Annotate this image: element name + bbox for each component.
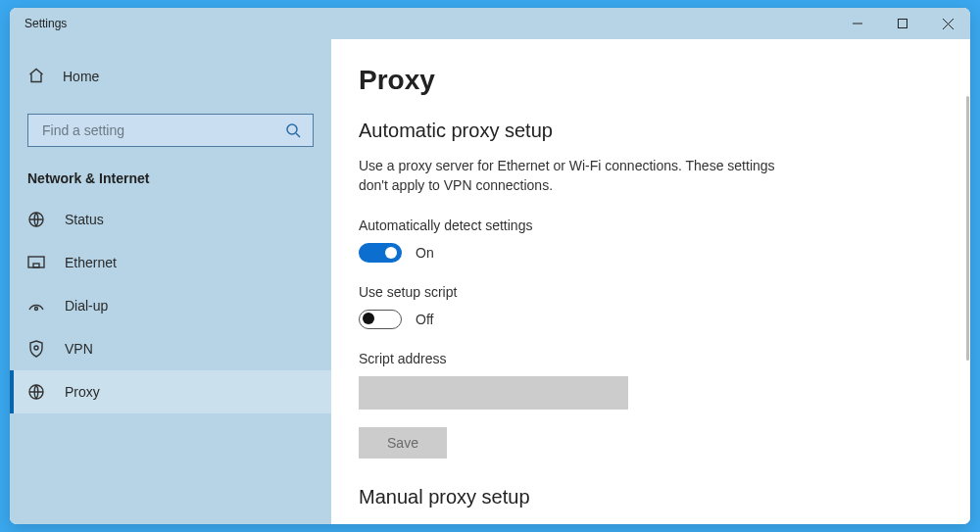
auto-detect-row: On (359, 243, 943, 263)
auto-detect-label: Automatically detect settings (359, 218, 943, 233)
sidebar-item-label: VPN (65, 341, 93, 357)
save-button[interactable]: Save (359, 427, 447, 459)
auto-detect-toggle[interactable] (359, 243, 402, 263)
minimize-icon (853, 19, 862, 28)
svg-rect-7 (28, 257, 44, 267)
sidebar-item-dialup[interactable]: Dial-up (10, 284, 331, 327)
main-pane: Proxy Automatic proxy setup Use a proxy … (331, 39, 970, 524)
svg-line-5 (296, 133, 300, 137)
svg-point-9 (35, 308, 38, 311)
search-input[interactable] (40, 121, 285, 139)
sidebar-item-proxy[interactable]: Proxy (10, 370, 331, 413)
auto-detect-state: On (416, 245, 434, 261)
maximize-icon (898, 19, 907, 28)
setup-script-label: Use setup script (359, 284, 943, 300)
scrollbar[interactable] (966, 96, 969, 361)
ethernet-icon (27, 254, 45, 271)
close-button[interactable] (925, 8, 970, 39)
manual-description: Use a proxy server for Ethernet or Wi-Fi… (359, 522, 790, 524)
home-icon (27, 67, 45, 87)
svg-point-4 (287, 124, 297, 134)
window-title: Settings (10, 17, 835, 30)
setup-script-state: Off (416, 312, 433, 327)
shield-icon (27, 340, 45, 358)
svg-rect-8 (33, 264, 39, 267)
svg-rect-1 (899, 20, 907, 28)
sidebar-home-label: Home (63, 69, 99, 84)
save-button-label: Save (387, 435, 418, 451)
sidebar-item-label: Status (65, 212, 104, 227)
settings-window: Settings Home (10, 8, 970, 524)
search-icon (285, 122, 301, 138)
sidebar: Home Network & Internet Status (10, 39, 331, 524)
page-title: Proxy (359, 65, 943, 96)
automatic-description: Use a proxy server for Ethernet or Wi-Fi… (359, 156, 790, 196)
minimize-button[interactable] (835, 8, 880, 39)
sidebar-item-label: Proxy (65, 384, 100, 400)
sidebar-item-ethernet[interactable]: Ethernet (10, 241, 331, 284)
client-area: Home Network & Internet Status (10, 39, 970, 524)
setup-script-toggle[interactable] (359, 310, 402, 329)
titlebar: Settings (10, 8, 970, 39)
maximize-button[interactable] (880, 8, 925, 39)
svg-point-10 (34, 346, 38, 350)
search-box[interactable] (27, 114, 314, 147)
automatic-section-title: Automatic proxy setup (359, 120, 943, 142)
globe-icon (27, 383, 45, 401)
sidebar-item-status[interactable]: Status (10, 198, 331, 241)
globe-status-icon (27, 211, 45, 228)
content-scroll[interactable]: Proxy Automatic proxy setup Use a proxy … (331, 39, 970, 524)
sidebar-item-label: Ethernet (65, 255, 117, 270)
sidebar-item-label: Dial-up (65, 298, 108, 314)
script-address-label: Script address (359, 351, 943, 366)
setup-script-row: Off (359, 310, 943, 329)
dialup-icon (27, 297, 45, 314)
sidebar-item-vpn[interactable]: VPN (10, 327, 331, 370)
close-icon (943, 19, 954, 29)
sidebar-home[interactable]: Home (10, 57, 331, 96)
sidebar-nav: Status Ethernet Dial-up (10, 198, 331, 413)
window-controls (835, 8, 970, 39)
manual-section-title: Manual proxy setup (359, 486, 943, 508)
sidebar-section-label: Network & Internet (10, 147, 331, 198)
script-address-input[interactable] (359, 376, 628, 410)
